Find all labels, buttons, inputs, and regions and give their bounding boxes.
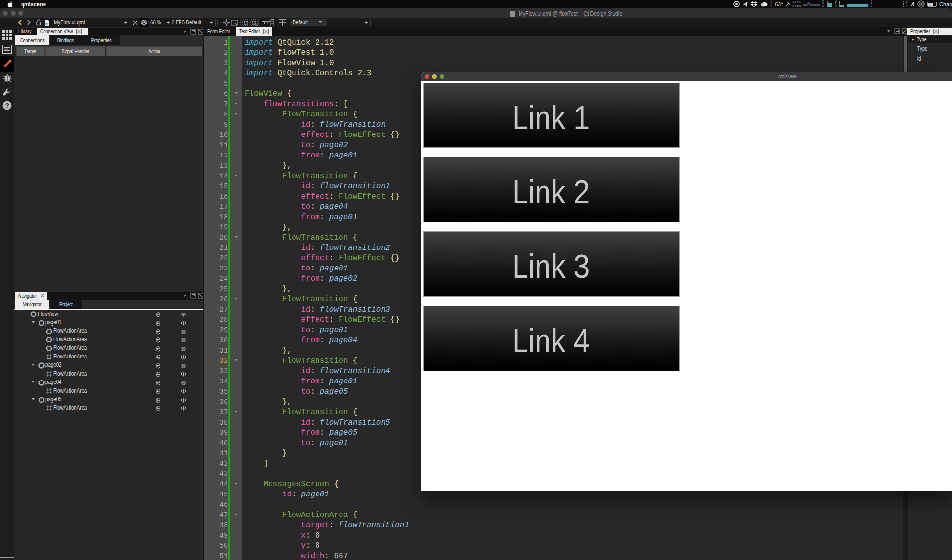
- svg-text:qml: qml: [45, 23, 48, 25]
- svg-text:?: ?: [5, 102, 9, 109]
